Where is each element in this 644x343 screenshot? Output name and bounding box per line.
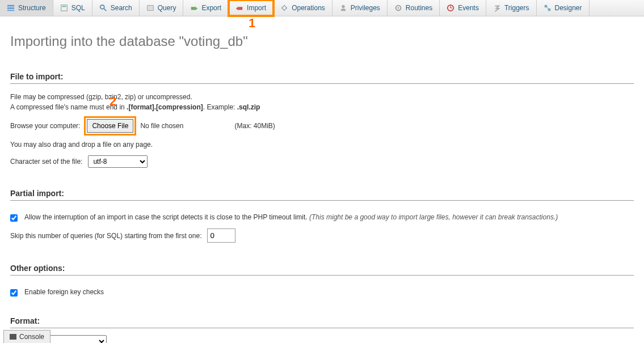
svg-rect-17 [548,9,550,11]
tab-label: Events [458,4,479,12]
svg-rect-4 [62,6,66,7]
page-title: Importing into the database "voting_db" [10,33,634,49]
browse-label: Browse your computer: [10,122,80,130]
main-tabs: Structure SQL Search Query Export Import… [0,0,644,16]
designer-icon [544,4,552,12]
search-icon [99,4,107,12]
query-icon [146,4,154,12]
triggers-icon [493,4,501,12]
tab-label: Import [247,4,266,12]
tab-triggers[interactable]: Triggers [486,0,537,16]
foreign-key-checkbox[interactable] [10,289,18,297]
svg-rect-8 [191,7,195,10]
partial-section-legend: Partial import: [10,189,634,201]
import-icon [235,4,243,12]
svg-rect-1 [7,7,14,9]
events-icon [447,4,454,12]
skip-queries-label: Skip this number of queries (for SQL) st… [10,232,201,240]
svg-point-12 [398,7,399,9]
allow-interrupt-checkbox[interactable] [10,214,18,222]
operations-icon [280,4,288,12]
sql-icon [60,4,68,12]
svg-rect-16 [544,5,546,7]
tab-designer[interactable]: Designer [537,0,590,16]
allow-interrupt-label: Allow the interruption of an import in c… [24,213,558,221]
structure-icon [7,4,15,12]
console-label: Console [19,333,44,341]
tab-label: Routines [406,4,432,12]
charset-label: Character set of the file: [10,158,82,166]
tab-label: Export [201,4,221,12]
svg-line-18 [547,6,548,9]
choose-file-button[interactable]: Choose File [87,119,133,133]
tab-sql[interactable]: SQL [53,0,92,16]
routines-icon [394,4,402,12]
tab-privileges[interactable]: Privileges [332,0,388,16]
tab-label: Structure [18,4,46,12]
svg-rect-7 [147,6,153,11]
svg-rect-0 [7,5,14,7]
max-size-text: (Max: 40MiB) [234,122,275,130]
tab-import[interactable]: Import [229,0,273,16]
tab-routines[interactable]: Routines [388,0,440,16]
svg-point-5 [100,5,104,9]
tab-events[interactable]: Events [440,0,486,16]
foreign-key-label: Enable foreign key checks [24,288,104,296]
partial-import-section: Partial import: Allow the interruption o… [10,189,634,249]
skip-queries-input[interactable] [207,228,235,243]
other-options-section: Other options: Enable foreign key checks [10,264,634,302]
format-section-legend: Format: [10,316,634,328]
file-section-legend: File to import: [10,72,634,84]
file-to-import-section: File to import: File may be compressed (… [10,72,634,175]
console-button[interactable]: Console [3,330,50,343]
tab-structure[interactable]: Structure [0,0,53,16]
compress-help-1: File may be compressed (gzip, bzip2, zip… [10,93,634,101]
compress-help-2: A compressed file's name must end in .[f… [10,103,634,111]
no-file-chosen-text: No file chosen [140,122,183,130]
svg-rect-9 [238,7,242,10]
tab-label: Designer [555,4,582,12]
tab-export[interactable]: Export [183,0,229,16]
tab-label: SQL [71,4,85,12]
charset-select[interactable]: utf-8 [88,155,148,168]
svg-rect-3 [61,5,67,11]
svg-line-6 [104,9,106,11]
svg-rect-2 [7,10,14,11]
format-section: Format: SQL [10,316,634,343]
annotation-marker-2: 2 [110,94,116,109]
export-icon [190,4,198,12]
tab-query[interactable]: Query [140,0,184,16]
privileges-icon [339,4,347,12]
tab-label: Operations [292,4,325,12]
tab-operations[interactable]: Operations [273,0,332,16]
choose-file-highlight: Choose File [86,118,134,134]
console-icon [10,334,16,340]
tab-label: Privileges [351,4,380,12]
tab-label: Query [158,4,176,12]
tab-label: Triggers [504,4,529,12]
other-section-legend: Other options: [10,264,634,276]
drag-drop-help: You may also drag and drop a file on any… [10,141,634,149]
tab-label: Search [111,4,132,12]
tab-search[interactable]: Search [92,0,140,16]
svg-point-10 [342,5,344,8]
